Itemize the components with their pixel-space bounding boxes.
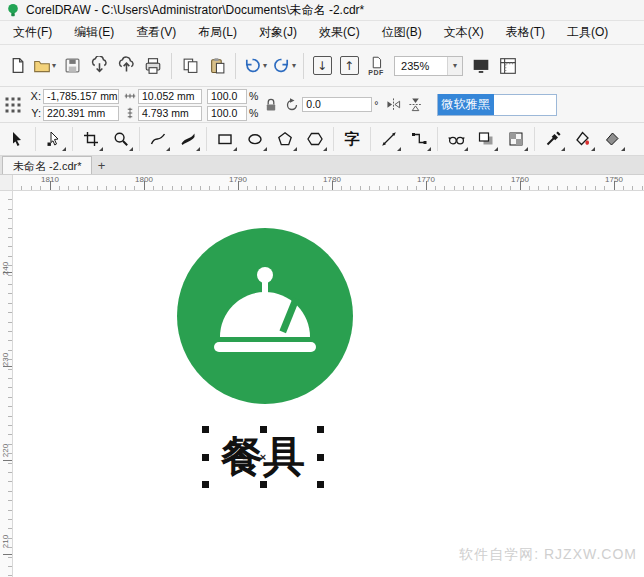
export-button[interactable]: ↑: [336, 50, 362, 82]
print-button[interactable]: [140, 50, 166, 82]
lock-ratio-icon[interactable]: [263, 97, 279, 113]
freehand-tool[interactable]: [144, 125, 172, 153]
save-button[interactable]: [59, 50, 85, 82]
glasses-effect-tool[interactable]: [442, 125, 470, 153]
open-button[interactable]: ▾: [31, 50, 58, 82]
object-origin-grid-icon[interactable]: [3, 95, 23, 115]
drop-shadow-tool[interactable]: [472, 125, 500, 153]
parallel-dimension-tool[interactable]: [375, 125, 403, 153]
artistic-media-tool[interactable]: [174, 125, 202, 153]
separator: [437, 127, 438, 151]
interactive-fill-tool[interactable]: [569, 125, 597, 153]
undo-button[interactable]: ▾: [241, 50, 269, 82]
crop-tool[interactable]: [77, 125, 105, 153]
work-area: 240 230 220 210 餐具 ×: [0, 191, 644, 577]
paste-button[interactable]: [204, 50, 230, 82]
scale-y-field[interactable]: 100.0: [207, 106, 247, 121]
scale-x-field[interactable]: 100.0: [207, 89, 247, 104]
zoom-level-value[interactable]: 235%: [395, 60, 447, 72]
object-height-field[interactable]: 4.793 mm: [138, 106, 202, 121]
new-document-tab-button[interactable]: +: [92, 156, 110, 174]
polygon-tool[interactable]: [271, 125, 299, 153]
selection-handle[interactable]: [317, 426, 324, 433]
menu-text[interactable]: 文本(X): [433, 21, 495, 44]
y-position-field[interactable]: 220.391 mm: [43, 106, 119, 121]
mirror-vertical-button[interactable]: [406, 95, 426, 115]
h-ruler-label: 1780: [323, 175, 341, 184]
menu-view[interactable]: 查看(V): [125, 21, 187, 44]
coreldraw-window: CorelDRAW - C:\Users\Administrator\Docum…: [0, 0, 644, 577]
text-tool-icon: 字: [345, 130, 360, 149]
common-shapes-tool-icon: [307, 131, 323, 147]
separator: [171, 53, 172, 79]
open-dropdown-arrow-icon[interactable]: ▾: [52, 61, 56, 70]
mirror-horizontal-button[interactable]: [384, 95, 404, 115]
undo-dropdown-arrow-icon[interactable]: ▾: [263, 61, 267, 70]
copy-button[interactable]: [177, 50, 203, 82]
menu-edit[interactable]: 编辑(E): [63, 21, 125, 44]
size-fields: 10.052 mm 4.793 mm: [124, 89, 202, 121]
selection-handle[interactable]: [202, 426, 209, 433]
menu-object[interactable]: 对象(J): [248, 21, 308, 44]
document-tab[interactable]: 未命名 -2.cdr*: [2, 156, 92, 174]
connector-tool[interactable]: [405, 125, 433, 153]
redo-button[interactable]: ▾: [270, 50, 298, 82]
print-icon: [144, 57, 162, 75]
open-from-cloud-button[interactable]: [86, 50, 112, 82]
smart-fill-tool-icon: [605, 131, 621, 147]
menu-layout[interactable]: 布局(L): [187, 21, 248, 44]
fullscreen-preview-button[interactable]: [468, 50, 494, 82]
selection-handle[interactable]: [317, 481, 324, 488]
menu-table[interactable]: 表格(T): [495, 21, 556, 44]
common-shapes-tool[interactable]: [301, 125, 329, 153]
text-tool[interactable]: 字: [338, 125, 366, 153]
publish-pdf-button[interactable]: PDF: [363, 50, 389, 82]
menu-tools[interactable]: 工具(O): [556, 21, 619, 44]
new-document-button[interactable]: [4, 50, 30, 82]
color-eyedropper-tool[interactable]: [539, 125, 567, 153]
font-list-combobox[interactable]: 微软雅黑: [437, 94, 557, 116]
paste-icon: [209, 57, 226, 74]
zoom-tool[interactable]: [107, 125, 135, 153]
document-tab-bar: 未命名 -2.cdr* +: [0, 156, 644, 175]
object-width-field[interactable]: 10.052 mm: [138, 89, 202, 104]
save-to-cloud-button[interactable]: [113, 50, 139, 82]
selection-handle[interactable]: [317, 454, 324, 461]
menu-bar: 文件(F) 编辑(E) 查看(V) 布局(L) 对象(J) 效果(C) 位图(B…: [0, 21, 644, 45]
selected-text-object[interactable]: 餐具 ×: [205, 429, 321, 485]
transparency-tool[interactable]: [502, 125, 530, 153]
ellipse-tool[interactable]: [241, 125, 269, 153]
logo-graphic[interactable]: [170, 221, 360, 411]
separator: [333, 127, 334, 151]
save-icon: [64, 57, 81, 74]
rotation-angle-field[interactable]: 0.0: [302, 97, 372, 112]
rectangle-tool[interactable]: [211, 125, 239, 153]
export-icon: ↑: [340, 56, 359, 75]
menu-file[interactable]: 文件(F): [2, 21, 63, 44]
freehand-tool-icon: [150, 131, 166, 147]
pick-tool[interactable]: [3, 125, 31, 153]
zoom-dropdown-button[interactable]: ▾: [447, 57, 462, 75]
shape-tool[interactable]: [40, 125, 68, 153]
show-rulers-button[interactable]: [495, 50, 521, 82]
vertical-ruler[interactable]: 240 230 220 210: [0, 191, 13, 577]
glasses-icon: [448, 131, 465, 148]
selection-handle[interactable]: [260, 426, 267, 433]
menu-bitmaps[interactable]: 位图(B): [371, 21, 433, 44]
zoom-level-combobox[interactable]: 235% ▾: [394, 56, 463, 76]
horizontal-ruler[interactable]: 1810 1800 1790 1780 1770 1760 1750: [13, 175, 644, 190]
selection-handle[interactable]: [202, 454, 209, 461]
font-name-selected[interactable]: 微软雅黑: [438, 94, 494, 115]
ruler-origin[interactable]: [0, 175, 13, 190]
selection-handle[interactable]: [202, 481, 209, 488]
selection-handle[interactable]: [260, 481, 267, 488]
redo-dropdown-arrow-icon[interactable]: ▾: [292, 61, 296, 70]
menu-effects[interactable]: 效果(C): [308, 21, 371, 44]
ellipse-tool-icon: [247, 131, 263, 147]
pdf-label: PDF: [368, 69, 384, 76]
import-button[interactable]: ↓: [309, 50, 335, 82]
smart-fill-tool[interactable]: [599, 125, 627, 153]
x-position-field[interactable]: -1,785.157 mm: [43, 89, 119, 104]
h-ruler-label: 1760: [511, 175, 529, 184]
drawing-canvas[interactable]: 餐具 × 软件自学网: RJZXW.COM: [13, 191, 644, 577]
